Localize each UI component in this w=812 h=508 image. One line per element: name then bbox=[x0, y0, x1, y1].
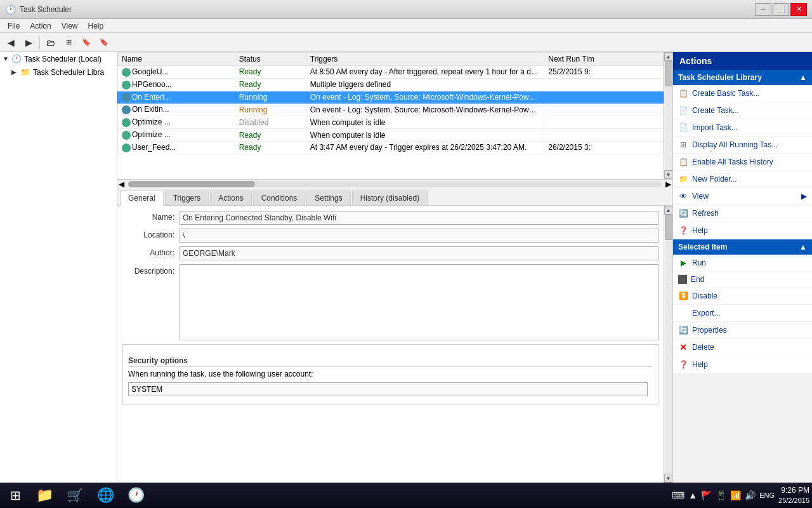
table-row[interactable]: Optimize ... Ready When computer is idle bbox=[118, 129, 664, 142]
input-description[interactable] bbox=[180, 264, 658, 340]
action-display-running[interactable]: ⊞ Display All Running Tas... bbox=[673, 137, 812, 154]
cell-trigger: When computer is idle bbox=[306, 116, 544, 129]
hscroll-thumb[interactable] bbox=[128, 181, 255, 187]
hscroll-left-btn[interactable]: ◀ bbox=[117, 180, 126, 189]
flag-icon[interactable]: 🚩 bbox=[701, 490, 712, 500]
hscroll-right-btn[interactable]: ▶ bbox=[664, 180, 672, 189]
tree-item-library[interactable]: ▶ 📁 Task Scheduler Libra bbox=[0, 65, 117, 79]
menu-action[interactable]: Action bbox=[25, 20, 56, 32]
actions-list-library: 📋 Create Basic Task... 📄 Create Task... … bbox=[673, 85, 812, 239]
table-row-selected[interactable]: On Enteri... Running On event - Log: Sys… bbox=[118, 91, 664, 104]
toolbar-forward[interactable]: ▶ bbox=[20, 35, 37, 50]
taskbar-app-store[interactable]: 🛒 bbox=[61, 484, 89, 507]
actions-section-selected[interactable]: Selected Item ▲ bbox=[673, 239, 812, 255]
action-label: End bbox=[691, 275, 704, 284]
vscroll-thumb[interactable] bbox=[665, 61, 672, 86]
action-refresh[interactable]: 🔄 Refresh bbox=[673, 205, 812, 222]
tab-history[interactable]: History (disabled) bbox=[352, 190, 428, 205]
disable-icon: ⏬ bbox=[678, 291, 688, 301]
action-properties[interactable]: 🔄 Properties bbox=[673, 322, 812, 339]
action-label: Disable bbox=[692, 291, 717, 300]
detail-vscroll-down[interactable]: ▼ bbox=[664, 474, 673, 483]
section-title-selected: Selected Item bbox=[678, 243, 727, 251]
action-create-basic-task[interactable]: 📋 Create Basic Task... bbox=[673, 85, 812, 102]
signal-icon[interactable]: 📶 bbox=[730, 490, 741, 500]
col-next-run[interactable]: Next Run Tim bbox=[544, 53, 664, 66]
action-help-selected[interactable]: ❓ Help bbox=[673, 356, 812, 373]
taskbar-clock[interactable]: 9:26 PM 25/2/2015 bbox=[778, 485, 809, 505]
task-icon bbox=[122, 144, 131, 152]
vscroll-down[interactable]: ▼ bbox=[664, 170, 673, 179]
action-run[interactable]: ▶ Run bbox=[673, 255, 812, 272]
actions-section-library[interactable]: Task Scheduler Library ▲ bbox=[673, 70, 812, 85]
table-row[interactable]: User_Feed... Ready At 3:47 AM every day … bbox=[118, 141, 664, 154]
title-bar: 🕐 Task Scheduler ─ ⬜ ✕ bbox=[0, 0, 812, 19]
properties-icon: 🔄 bbox=[678, 325, 688, 335]
taskbar-app-chrome[interactable]: 🌐 bbox=[91, 484, 119, 507]
input-name[interactable] bbox=[180, 211, 658, 225]
security-options: Security options When running the task, … bbox=[122, 344, 658, 404]
action-label: Display All Running Tas... bbox=[692, 140, 778, 149]
toolbar-bookmark2[interactable]: 🔖 bbox=[96, 35, 112, 50]
action-create-task[interactable]: 📄 Create Task... bbox=[673, 102, 812, 119]
language-label[interactable]: ENG bbox=[759, 491, 775, 499]
taskbar-app-explorer[interactable]: 📁 bbox=[30, 484, 58, 507]
section-collapse-icon: ▲ bbox=[799, 73, 807, 82]
menu-help[interactable]: Help bbox=[83, 20, 109, 32]
action-view[interactable]: 👁 View ▶ bbox=[673, 188, 812, 205]
table-row[interactable]: On Exitin... Running On event - Log: Sys… bbox=[118, 104, 664, 116]
action-end[interactable]: End bbox=[673, 272, 812, 288]
detail-vscroll-thumb[interactable] bbox=[665, 215, 672, 240]
tab-triggers[interactable]: Triggers bbox=[165, 190, 209, 205]
input-author[interactable] bbox=[180, 246, 658, 260]
explorer-icon: 📁 bbox=[36, 487, 53, 504]
toolbar-back[interactable]: ◀ bbox=[3, 35, 19, 50]
volume-icon[interactable]: 🔊 bbox=[745, 490, 756, 500]
toolbar-bookmark1[interactable]: 🔖 bbox=[78, 35, 95, 50]
minimize-button[interactable]: ─ bbox=[755, 3, 771, 16]
action-enable-history[interactable]: 📋 Enable All Tasks History bbox=[673, 154, 812, 171]
table-wrapper: Name Status Triggers Next Run Tim Google… bbox=[117, 52, 672, 179]
action-delete[interactable]: ✕ Delete bbox=[673, 339, 812, 356]
table-row[interactable]: GoogleU... Ready At 8:50 AM every day - … bbox=[118, 66, 664, 79]
action-disable[interactable]: ⏬ Disable bbox=[673, 288, 812, 305]
tab-general[interactable]: General bbox=[120, 190, 164, 206]
detail-vscroll-up[interactable]: ▲ bbox=[664, 206, 673, 215]
col-status[interactable]: Status bbox=[235, 53, 306, 66]
vscroll-up[interactable]: ▲ bbox=[664, 52, 673, 61]
action-export[interactable]: Export... bbox=[673, 305, 812, 322]
notification-chevron[interactable]: ▲ bbox=[688, 490, 697, 500]
tree-item-local[interactable]: ▼ 🕐 Task Scheduler (Local) bbox=[0, 52, 117, 65]
action-import-task[interactable]: 📄 Import Task... bbox=[673, 119, 812, 137]
table-row[interactable]: HPGenoo... Ready Multiple triggers defin… bbox=[118, 78, 664, 91]
col-name[interactable]: Name bbox=[118, 53, 235, 66]
menu-file[interactable]: File bbox=[3, 20, 25, 32]
action-new-folder[interactable]: 📁 New Folder... bbox=[673, 171, 812, 188]
toolbar-folder[interactable]: 🗁 bbox=[43, 35, 59, 50]
table-row[interactable]: Optimize ... Disabled When computer is i… bbox=[118, 116, 664, 129]
table-vscroll[interactable]: ▲ ▼ bbox=[664, 52, 672, 179]
detail-vscroll[interactable]: ▲ ▼ bbox=[664, 206, 672, 483]
tab-settings[interactable]: Settings bbox=[306, 190, 350, 205]
close-button[interactable]: ✕ bbox=[790, 3, 807, 16]
task-icon bbox=[122, 105, 131, 114]
taskbar-app-clock[interactable]: 🕐 bbox=[122, 484, 150, 507]
keyboard-icon[interactable]: ⌨ bbox=[672, 490, 684, 500]
tab-actions[interactable]: Actions bbox=[210, 190, 251, 205]
input-location[interactable] bbox=[180, 229, 658, 243]
clock-time: 9:26 PM bbox=[778, 485, 809, 496]
tab-conditions[interactable]: Conditions bbox=[253, 190, 306, 205]
app-icon: 🕐 bbox=[5, 4, 16, 15]
toolbar-sep-1 bbox=[39, 36, 40, 49]
action-help-library[interactable]: ❓ Help bbox=[673, 222, 812, 239]
col-triggers[interactable]: Triggers bbox=[306, 53, 544, 66]
cell-name: On Enteri... bbox=[118, 91, 235, 104]
toolbar-grid[interactable]: ⊞ bbox=[60, 35, 77, 50]
mobile-icon[interactable]: 📱 bbox=[716, 490, 726, 500]
maximize-button[interactable]: ⬜ bbox=[773, 3, 789, 16]
menu-view[interactable]: View bbox=[56, 20, 83, 32]
start-button[interactable]: ⊞ bbox=[3, 484, 28, 507]
action-label: Help bbox=[692, 360, 708, 369]
user-account-input[interactable] bbox=[128, 382, 648, 396]
table-hscroll[interactable]: ◀ ▶ bbox=[117, 179, 672, 188]
